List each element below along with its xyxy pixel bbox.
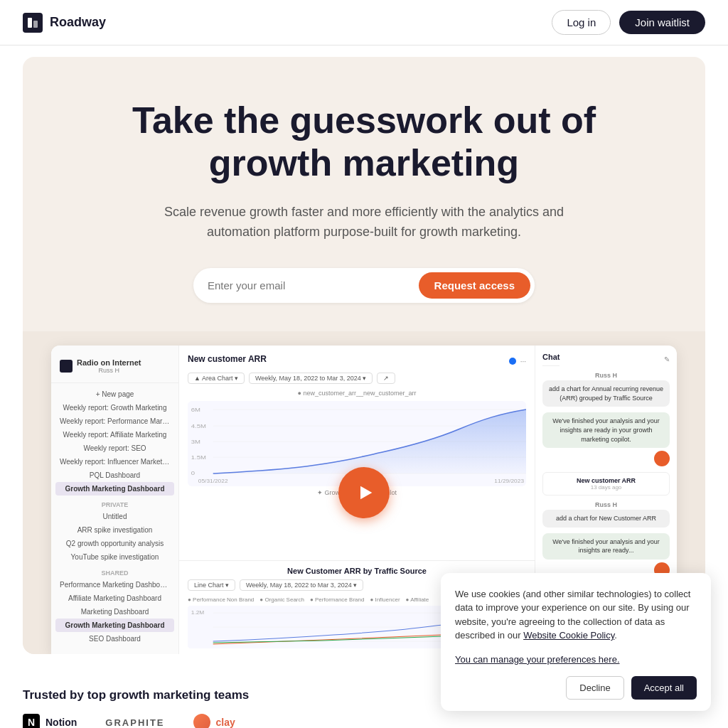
chart-more-icon[interactable]: ··· bbox=[520, 358, 526, 365]
second-chart-type[interactable]: Line Chart ▾ bbox=[188, 579, 235, 591]
svg-text:6M: 6M bbox=[191, 407, 200, 413]
chart-export-chip[interactable]: ↗ bbox=[377, 373, 395, 384]
sidebar-item[interactable]: Weekly report: SEO bbox=[51, 441, 178, 455]
sidebar-item[interactable]: Performance Marketing Dashboard bbox=[51, 578, 178, 592]
svg-rect-1 bbox=[33, 21, 38, 28]
chart-card-title: New customer ARR bbox=[547, 477, 665, 484]
chat-message-1: Russ H add a chart for Annual recurring … bbox=[542, 372, 670, 407]
chat-bubble-bot-2: We've finished your analysis and your in… bbox=[542, 533, 670, 560]
hero-title: Take the guesswork out of growth marketi… bbox=[115, 100, 613, 185]
graphite-logo: GRAPHITE bbox=[105, 717, 164, 728]
clay-name: clay bbox=[216, 717, 235, 728]
dashboard-sidebar: Radio on Internet Russ H + New page Week… bbox=[51, 346, 179, 654]
sidebar-item[interactable]: PQL Dashboard bbox=[51, 469, 178, 482]
notion-icon: N bbox=[23, 714, 40, 728]
manage-preferences-link[interactable]: You can manage your preferences here. bbox=[455, 653, 697, 667]
second-chart-date[interactable]: Weekly, May 18, 2022 to Mar 3, 2024 ▾ bbox=[240, 579, 363, 591]
chat-message-4: We've finished your analysis and your in… bbox=[542, 533, 670, 578]
sidebar-item[interactable]: ARR spike investigation bbox=[51, 523, 178, 537]
svg-text:1.5M: 1.5M bbox=[191, 454, 206, 461]
chat-bubble-bot: We've finished your analysis and your in… bbox=[542, 412, 670, 448]
sidebar-item[interactable]: Q2 growth opportunity analysis bbox=[51, 537, 178, 550]
chart-date-chip[interactable]: Weekly, May 18, 2022 to Mar 3, 2024 ▾ bbox=[249, 373, 373, 384]
sidebar-item[interactable]: Weekly report: Growth Marketing bbox=[51, 401, 178, 414]
chart-controls: ▲ Area Chart ▾ Weekly, May 18, 2022 to M… bbox=[188, 373, 526, 384]
navbar-actions: Log in Join waitlist bbox=[552, 10, 705, 35]
chat-edit-icon[interactable]: ✎ bbox=[664, 355, 670, 363]
login-button[interactable]: Log in bbox=[552, 10, 611, 35]
clay-logo: clay bbox=[193, 714, 235, 728]
sidebar-item[interactable]: + New page bbox=[51, 387, 178, 401]
email-input[interactable] bbox=[208, 279, 419, 291]
chat-message-3: Russ H add a chart for New Customer ARR bbox=[542, 501, 670, 528]
chart-title: New customer ARR bbox=[188, 354, 267, 364]
decline-button[interactable]: Decline bbox=[566, 676, 623, 700]
cookie-banner: We use cookies (and other similar techno… bbox=[441, 573, 711, 712]
sidebar-user: Radio on Internet bbox=[77, 358, 141, 367]
svg-marker-19 bbox=[360, 486, 372, 500]
logo-text: Roadway bbox=[50, 15, 106, 30]
sidebar-section-label: Shared bbox=[51, 564, 178, 578]
svg-text:0: 0 bbox=[191, 470, 195, 476]
navbar: Roadway Log in Join waitlist bbox=[0, 0, 728, 46]
sidebar-logo-icon bbox=[60, 360, 73, 373]
join-waitlist-button[interactable]: Join waitlist bbox=[619, 11, 705, 34]
chat-bubble-user: add a chart for Annual recurring revenue… bbox=[542, 380, 670, 407]
graphite-name: GRAPHITE bbox=[105, 717, 164, 728]
trusted-logos: N Notion GRAPHITE clay bbox=[23, 714, 705, 728]
svg-text:1.2M: 1.2M bbox=[191, 610, 205, 616]
cookie-banner-actions: Decline Accept all bbox=[455, 676, 697, 700]
chart-card: New customer ARR 13 days ago bbox=[542, 472, 670, 496]
sidebar-sub: Russ H bbox=[77, 367, 141, 374]
clay-icon bbox=[193, 714, 210, 728]
sidebar-item[interactable]: Untitled bbox=[51, 510, 178, 523]
svg-text:3M: 3M bbox=[191, 439, 200, 445]
svg-text:11/29/2023: 11/29/2023 bbox=[494, 478, 524, 484]
chat-user-label: Russ H bbox=[542, 372, 670, 379]
cookie-policy-link[interactable]: Website Cookie Policy bbox=[523, 630, 614, 641]
sidebar-item[interactable]: Marketing Dashboard bbox=[51, 605, 178, 619]
play-button[interactable] bbox=[338, 467, 390, 518]
chat-message-2: We've finished your analysis and your in… bbox=[542, 412, 670, 466]
chat-bot-avatar bbox=[654, 451, 670, 466]
email-form: Request access bbox=[193, 268, 535, 303]
hero-section: Take the guesswork out of growth marketi… bbox=[23, 57, 705, 654]
accept-all-button[interactable]: Accept all bbox=[631, 676, 697, 700]
sidebar-item[interactable]: YouTube spike investigation bbox=[51, 550, 178, 564]
chat-bubble-user-2: add a chart for New Customer ARR bbox=[542, 510, 670, 528]
sidebar-item[interactable]: Weekly report: Affiliate Marketing bbox=[51, 428, 178, 441]
dashboard-chart-main: New customer ARR ··· ▲ Area Chart ▾ Week… bbox=[179, 346, 535, 560]
svg-text:05/31/2022: 05/31/2022 bbox=[198, 478, 228, 484]
sidebar-item[interactable]: Weekly report: Performance Marketing bbox=[51, 414, 178, 428]
logo[interactable]: Roadway bbox=[23, 13, 106, 33]
notion-logo: N Notion bbox=[23, 714, 77, 728]
chart-type-chip[interactable]: ▲ Area Chart ▾ bbox=[188, 373, 245, 384]
chat-user-label-2: Russ H bbox=[542, 501, 670, 508]
sidebar-item[interactable]: Weekly report: Influencer Marketing bbox=[51, 455, 178, 469]
sidebar-item-active[interactable]: Growth Marketing Dashboard bbox=[55, 619, 174, 632]
sidebar-item[interactable]: Affiliate Marketing Dashboard bbox=[51, 592, 178, 605]
sidebar-header: Radio on Internet Russ H bbox=[51, 354, 178, 383]
sidebar-item-active[interactable]: Growth Marketing Dashboard bbox=[55, 482, 174, 496]
chart-options-dot[interactable] bbox=[509, 358, 516, 365]
request-access-button[interactable]: Request access bbox=[419, 272, 530, 299]
chat-header: Chat bbox=[542, 353, 560, 366]
svg-text:4.5M: 4.5M bbox=[191, 423, 206, 429]
chat-header-row: Chat ✎ bbox=[542, 353, 670, 366]
chart-card-date: 13 days ago bbox=[547, 484, 665, 491]
notion-name: Notion bbox=[46, 717, 77, 728]
svg-rect-0 bbox=[28, 18, 32, 28]
sidebar-section-label: Private bbox=[51, 496, 178, 510]
logo-icon bbox=[23, 13, 43, 33]
hero-subtitle: Scale revenue growth faster and more eff… bbox=[144, 202, 584, 243]
cookie-banner-text: We use cookies (and other similar techno… bbox=[455, 587, 697, 643]
chart-metric-label: ● new_customer_arr__new_customer_arr bbox=[188, 390, 526, 397]
sidebar-item[interactable]: SEO Dashboard bbox=[51, 632, 178, 646]
